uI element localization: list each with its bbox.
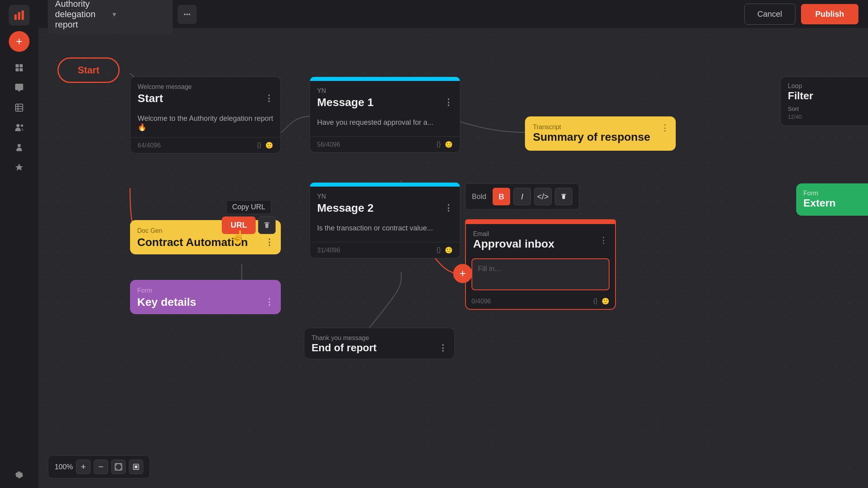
variable-icon-1[interactable]: {} [436,141,441,148]
delete-url-button[interactable] [258,216,276,234]
transcript-menu-icon[interactable]: ⋮ [661,123,669,133]
message2-body: Is the transaction or contract value... [310,218,460,242]
svg-point-13 [18,144,21,147]
welcome-menu-icon[interactable]: ⋮ [264,93,273,104]
sidebar-item-table[interactable] [10,99,28,116]
cancel-button[interactable]: Cancel [744,4,795,25]
email-fill-placeholder[interactable]: Fill in... [478,265,603,273]
message2-counter: 31/4096 [317,247,340,254]
email-menu-icon[interactable]: ⋮ [599,235,608,246]
svg-rect-5 [16,68,19,71]
email-counter: 0/4096 [471,298,491,305]
message2-node[interactable]: YN Message 2 ⋮ Is the transaction or con… [310,182,460,258]
docgen-menu-icon[interactable]: ⋮ [265,237,274,248]
copy-url-label: Copy URL [226,200,271,214]
form-extern-label2: Extern [803,197,861,209]
loop-counter: Sort [788,105,861,112]
zoom-controls: 100% + − [48,455,150,478]
form-extern-label1: Form [803,190,861,197]
form-node[interactable]: Form Key details ⋮ [130,280,281,314]
svg-rect-6 [20,68,23,71]
svg-rect-2 [22,10,24,20]
variable-icon-2[interactable]: {} [436,246,441,254]
zoom-out-button[interactable]: − [94,460,108,474]
sidebar-item-person[interactable] [10,139,28,156]
loop-filter-node[interactable]: Loop Filter Sort 12/40 [780,77,868,126]
filter-label: Filter [788,90,861,102]
emoji-icon-1[interactable]: 🙂 [445,141,453,148]
yn-label-2: YN [317,193,453,200]
sidebar: + [0,0,38,488]
loop-label: Loop [788,83,861,90]
docgen-title: Contract Automation [137,236,248,249]
start-node[interactable]: Start [57,57,120,83]
message1-title: Message 1 [317,96,374,109]
svg-point-12 [21,124,23,127]
topbar: Authority delegation report ▾ Cancel Pub… [38,0,868,29]
email-title: Approval inbox [473,238,554,250]
add-connection-button[interactable]: + [453,264,472,283]
svg-rect-4 [20,64,23,67]
svg-point-14 [184,14,185,15]
end-of-report-node[interactable]: Thank you message End of report ⋮ [304,328,455,359]
delete-format-button[interactable] [555,188,572,205]
variable-icon[interactable]: {} [257,142,261,149]
fit-to-screen-button[interactable] [111,460,126,474]
email-type-label: Email [473,230,554,238]
svg-rect-0 [14,14,17,20]
message1-counter: 56/4096 [317,141,340,148]
welcome-type-label: Welcome message [138,83,273,91]
welcome-body: Welcome to the Authority delegation repo… [130,109,280,138]
variable-icon-email[interactable]: {} [593,297,598,305]
emoji-icon-2[interactable]: 🙂 [445,246,453,254]
sidebar-item-settings[interactable] [10,466,28,483]
message1-menu-icon[interactable]: ⋮ [444,97,453,108]
zoom-in-button[interactable]: + [76,460,91,474]
sidebar-item-integrations[interactable] [10,159,28,176]
email-node[interactable]: Email Approval inbox ⋮ Fill in... 0/4096… [465,223,616,310]
copy-url-tooltip: Copy URL URL [222,200,276,234]
email-accent-bar [465,219,616,223]
message2-title: Message 2 [317,202,374,214]
form-title: Key details [137,296,196,309]
italic-button[interactable]: I [513,188,531,205]
emoji-icon[interactable]: 🙂 [265,142,273,149]
yn-label-1: YN [317,87,453,94]
flow-title-dropdown[interactable]: Authority delegation report ▾ [48,0,173,34]
welcome-message-node[interactable]: Welcome message Start ⋮ Welcome to the A… [130,77,281,153]
bold-button[interactable]: B [493,188,510,205]
transcript-type-label: Transcript [533,124,668,131]
eor-type-label: Thank you message [312,335,447,342]
eor-title: End of report [312,342,377,354]
url-button[interactable]: URL [222,216,256,234]
chevron-down-icon: ▾ [112,10,166,19]
svg-point-15 [186,14,188,15]
start-label: Start [78,65,100,76]
publish-button[interactable]: Publish [801,4,858,24]
expand-button[interactable] [129,460,143,474]
svg-rect-1 [18,12,20,20]
svg-rect-21 [134,465,138,468]
transcript-node[interactable]: Transcript Summary of response ⋮ [525,116,676,151]
form-extern-node[interactable]: Form Extern [796,183,868,216]
loop-sub-counter: 12/40 [788,114,861,120]
add-button[interactable]: + [9,31,30,52]
message1-body: Have you requested approval for a... [310,113,460,137]
message1-node[interactable]: YN Message 1 ⋮ Have you requested approv… [310,77,460,153]
sidebar-item-users[interactable] [10,119,28,136]
welcome-counter: 64/4096 [138,142,161,149]
bold-label: Bold [472,193,486,201]
svg-point-11 [16,124,20,127]
form-menu-icon[interactable]: ⋮ [265,297,274,307]
emoji-icon-email[interactable]: 🙂 [602,297,610,305]
svg-rect-3 [16,64,19,67]
eor-menu-icon[interactable]: ⋮ [438,343,447,353]
plus-icon: + [460,267,466,280]
zoom-level: 100% [55,463,73,471]
code-button[interactable]: </> [534,188,552,205]
svg-rect-7 [16,104,23,111]
message2-menu-icon[interactable]: ⋮ [444,203,453,213]
sidebar-item-chat[interactable] [10,79,28,96]
sidebar-item-dashboard[interactable] [10,59,28,77]
flow-settings-button[interactable] [178,5,197,24]
